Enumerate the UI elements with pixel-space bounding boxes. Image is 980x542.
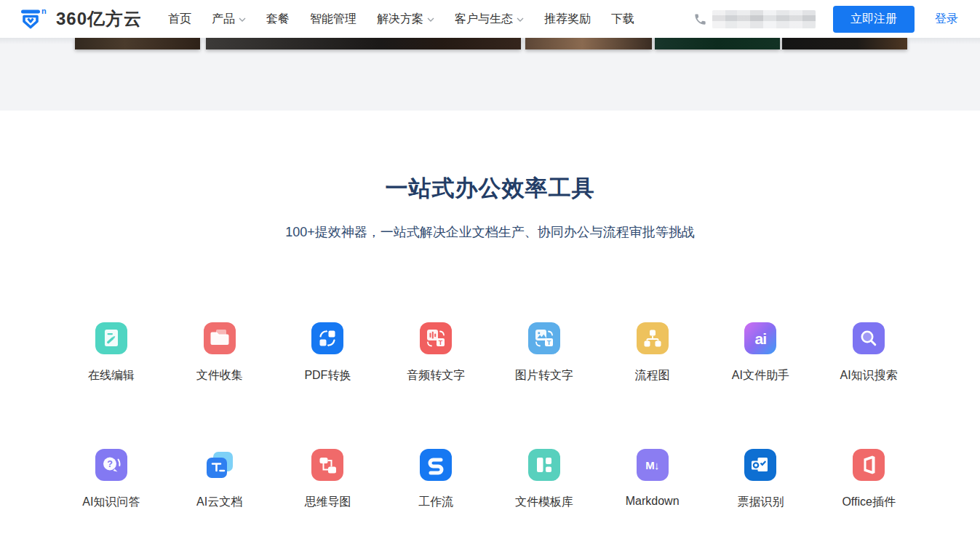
register-button[interactable]: 立即注册 — [833, 6, 915, 33]
header: n 360亿方云 首页 产品 套餐 智能管理 解决方案 客户与生态 推荐奖励 下… — [0, 0, 980, 38]
svg-text:n: n — [41, 7, 47, 15]
hero-carousel-strip — [0, 38, 980, 111]
nav-item-referral-rewards[interactable]: 推荐奖励 — [544, 12, 591, 27]
tool-markdown[interactable]: M↓ Markdown — [598, 449, 706, 510]
tool-mindmap[interactable]: 思维导图 — [274, 449, 382, 510]
section-subtitle: 100+提效神器，一站式解决企业文档生产、协同办公与流程审批等挑战 — [0, 223, 980, 241]
svg-text:T: T — [547, 339, 551, 346]
grid-layout-icon — [528, 449, 560, 481]
nav-item-customers-ecosystem[interactable]: 客户与生态 — [455, 12, 524, 27]
receipt-icon — [744, 449, 776, 481]
hero-thumbnail — [655, 38, 780, 49]
nav-item-home[interactable]: 首页 — [168, 12, 191, 27]
page: n 360亿方云 首页 产品 套餐 智能管理 解决方案 客户与生态 推荐奖励 下… — [0, 0, 980, 542]
nav-item-download[interactable]: 下载 — [611, 12, 634, 27]
logo[interactable]: n 360亿方云 — [20, 7, 142, 31]
tool-image-to-text[interactable]: T 图片转文字 — [490, 322, 599, 383]
nav-item-products[interactable]: 产品 — [212, 12, 246, 27]
chevron-down-icon — [427, 17, 434, 22]
tool-online-edit[interactable]: 在线编辑 — [57, 322, 166, 383]
tools-grid: 在线编辑 文件收集 PDF转换 — [57, 322, 923, 510]
tool-ai-qa[interactable]: ? AI知识问答 — [57, 449, 166, 510]
header-right: 立即注册 登录 — [693, 6, 958, 33]
image-to-text-icon: T — [528, 322, 560, 354]
chevron-down-icon — [517, 17, 524, 22]
tool-office-plugin[interactable]: Office插件 — [815, 449, 923, 510]
office-icon — [853, 449, 885, 481]
tool-receipt-ocr[interactable]: 票据识别 — [706, 449, 815, 510]
nav-item-solutions[interactable]: 解决方案 — [377, 12, 434, 27]
phone-icon — [693, 12, 707, 26]
blurred-phone-number — [712, 10, 816, 28]
nav-item-smart-management[interactable]: 智能管理 — [310, 12, 356, 27]
svg-text:?: ? — [107, 459, 113, 469]
tool-audio-to-text[interactable]: T 音频转文字 — [382, 322, 490, 383]
folder-icon — [204, 322, 236, 354]
svg-text:T: T — [439, 339, 443, 346]
tool-workflow[interactable]: 工作流 — [382, 449, 490, 510]
tool-file-collect[interactable]: 文件收集 — [165, 322, 274, 383]
doc-edit-icon — [95, 322, 127, 354]
logo-icon: n — [20, 7, 49, 31]
tool-ai-knowledge-search[interactable]: AI知识搜索 — [815, 322, 923, 383]
tools-section: 一站式办公效率工具 100+提效神器，一站式解决企业文档生产、协同办公与流程审批… — [0, 111, 980, 510]
audio-to-text-icon: T — [420, 322, 452, 354]
tool-flowchart[interactable]: 流程图 — [598, 322, 706, 383]
flowchart-icon — [637, 322, 669, 354]
logo-text: 360亿方云 — [56, 7, 142, 31]
phone-contact — [693, 10, 816, 28]
chevron-down-icon — [239, 17, 246, 22]
tool-template-library[interactable]: 文件模板库 — [490, 449, 599, 510]
markdown-icon: M↓ — [645, 460, 659, 471]
hero-thumbnail — [525, 38, 652, 49]
login-link[interactable]: 登录 — [935, 12, 958, 27]
workflow-icon — [420, 449, 452, 481]
ai-badge-icon: ai — [755, 331, 767, 346]
tool-pdf-convert[interactable]: PDF转换 — [274, 322, 382, 383]
cloud-doc-icon — [204, 449, 236, 481]
tool-ai-file-assistant[interactable]: ai AI文件助手 — [706, 322, 815, 383]
search-icon — [853, 322, 885, 354]
main-nav: 首页 产品 套餐 智能管理 解决方案 客户与生态 推荐奖励 下载 — [168, 12, 634, 27]
section-title: 一站式办公效率工具 — [0, 111, 980, 204]
hero-thumbnail — [206, 38, 521, 49]
nav-item-plans[interactable]: 套餐 — [266, 12, 290, 27]
tool-ai-cloud-doc[interactable]: AI云文档 — [165, 449, 274, 510]
hero-thumbnail — [782, 38, 907, 49]
chat-question-icon: ? — [95, 449, 127, 481]
convert-icon — [311, 322, 343, 354]
mindmap-icon — [311, 449, 343, 481]
hero-thumbnail — [75, 38, 200, 49]
